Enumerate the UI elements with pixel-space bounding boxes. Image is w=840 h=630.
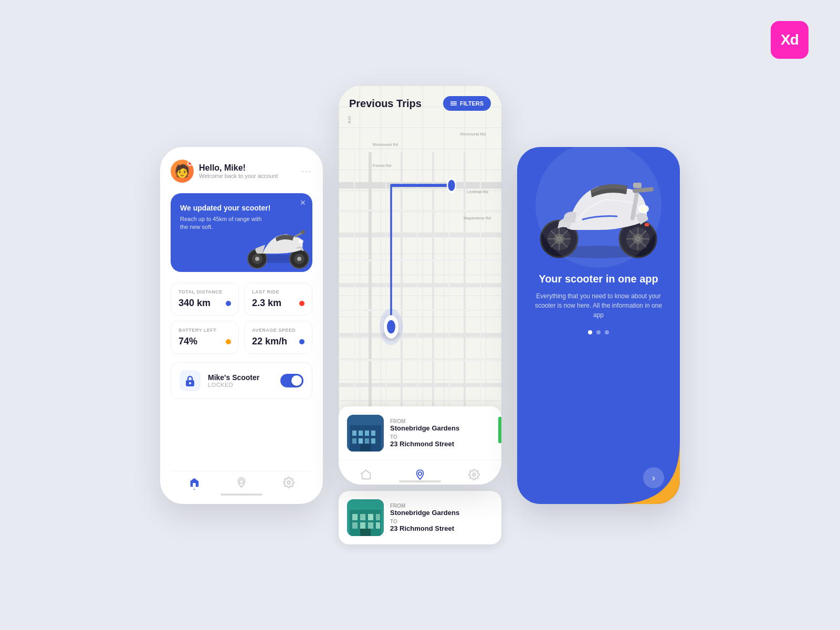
scooter-name: Mike's Scooter: [208, 373, 273, 382]
svg-rect-48: [371, 438, 375, 444]
onboard-dots: [533, 330, 664, 334]
lock-status: LOCKED: [208, 382, 273, 388]
bottom-nav-1: [171, 471, 312, 490]
header-row: 🧑 Hello, Mike! Welcome back to your acco…: [171, 160, 312, 183]
avatar: 🧑: [171, 160, 194, 183]
svg-point-50: [418, 472, 422, 475]
phone-trips: Previous Trips FILTERS: [339, 86, 501, 485]
svg-point-38: [447, 178, 456, 192]
map-header: Previous Trips FILTERS: [349, 96, 491, 111]
trip-building-image-2: [347, 499, 384, 536]
svg-point-10: [189, 382, 191, 384]
map-area: Previous Trips FILTERS: [339, 86, 501, 460]
svg-point-13: [287, 481, 290, 484]
phone-dashboard: 🧑 Hello, Mike! Welcome back to your acco…: [160, 147, 323, 504]
bg-circle: [536, 147, 662, 268]
dot-blue-1: [226, 301, 231, 306]
trip-building-image-1: [347, 415, 384, 452]
filters-button[interactable]: FILTERS: [443, 96, 491, 111]
svg-rect-49: [360, 444, 371, 452]
greeting-text: Hello, Mike!: [199, 163, 278, 173]
stat-last-ride: LAST RIDE 2.3 km: [244, 282, 312, 316]
svg-point-7: [301, 230, 305, 234]
svg-rect-56: [368, 514, 373, 520]
street-label-richmond2: Richmond Rd: [460, 132, 486, 136]
svg-rect-47: [365, 438, 369, 444]
trip-card-2: FROM Stonebridge Gardens TO 23 Richmond …: [339, 491, 501, 544]
svg-point-3: [255, 257, 259, 261]
from-place-2: Stonebridge Gardens: [390, 509, 459, 517]
from-label-2: FROM: [390, 503, 459, 509]
svg-rect-45: [352, 438, 356, 444]
green-indicator: [498, 417, 501, 443]
phone-onboarding: Your scooter in one app Everything that …: [517, 147, 680, 504]
svg-point-37: [387, 320, 395, 333]
trip-card-1: FROM Stonebridge Gardens TO 23 Richmond …: [339, 406, 501, 460]
avatar-area: 🧑 Hello, Mike! Welcome back to your acco…: [171, 160, 278, 183]
lock-info: Mike's Scooter LOCKED: [208, 373, 273, 388]
to-label-2: TO: [390, 519, 459, 524]
street-label-a10: A10: [347, 116, 352, 123]
svg-rect-60: [368, 522, 373, 529]
onboard-subtitle: Everything that you need to know about y…: [533, 291, 664, 320]
to-place-1: 23 Richmond Street: [390, 440, 459, 448]
nav-location-2[interactable]: [414, 469, 426, 480]
stat-value-distance: 340 km: [178, 298, 211, 309]
dot-orange-1: [226, 339, 231, 344]
promo-title: We updated your scooter!: [180, 204, 303, 212]
dot-2: [596, 330, 601, 334]
lock-toggle[interactable]: [280, 374, 303, 387]
more-menu[interactable]: ···: [301, 166, 312, 177]
stats-grid: TOTAL DISTANCE 340 km LAST RIDE 2.3 km B…: [171, 282, 312, 354]
stat-value-speed: 22 km/h: [252, 336, 287, 347]
lock-icon-box: [180, 370, 201, 391]
street-label-richmond: Richmond Rd: [373, 142, 398, 147]
nav-location[interactable]: [236, 477, 247, 488]
svg-rect-57: [376, 514, 380, 520]
svg-point-8: [298, 239, 303, 244]
svg-rect-42: [359, 430, 363, 436]
phones-container: 🧑 Hello, Mike! Welcome back to your acco…: [160, 86, 680, 544]
onboard-bottom: Your scooter in one app Everything that …: [517, 262, 680, 350]
promo-close-button[interactable]: ✕: [300, 198, 306, 207]
map-title: Previous Trips: [349, 98, 422, 110]
svg-point-51: [473, 473, 476, 476]
svg-rect-44: [371, 430, 375, 436]
nav-settings[interactable]: [283, 477, 295, 488]
svg-rect-54: [352, 514, 358, 520]
svg-point-6: [297, 257, 301, 261]
svg-rect-11: [193, 483, 196, 487]
svg-rect-41: [352, 430, 356, 436]
nav-home-2[interactable]: [360, 469, 372, 480]
next-arrow-button[interactable]: ›: [643, 467, 664, 488]
lock-card: Mike's Scooter LOCKED: [171, 362, 312, 399]
to-place-2: 23 Richmond Street: [390, 524, 459, 532]
nav-settings-2[interactable]: [468, 469, 480, 480]
svg-point-12: [239, 480, 243, 484]
trip-details-1: FROM Stonebridge Gardens TO 23 Richmond …: [390, 418, 459, 448]
svg-rect-55: [360, 514, 365, 520]
onboard-title: Your scooter in one app: [533, 273, 664, 285]
bottom-nav-2: [339, 460, 501, 485]
stat-total-distance: TOTAL DISTANCE 340 km: [171, 282, 239, 316]
to-label-1: TO: [390, 434, 459, 440]
svg-rect-62: [360, 529, 371, 536]
dot-blue-2: [299, 339, 304, 344]
stat-value-last-ride: 2.3 km: [252, 298, 281, 309]
nav-home[interactable]: [188, 477, 200, 488]
dot-1: [588, 330, 592, 334]
phone-trips-wrapper: Previous Trips FILTERS: [339, 86, 501, 544]
trip-details-2: FROM Stonebridge Gardens TO 23 Richmond …: [390, 503, 459, 532]
svg-rect-61: [376, 522, 380, 529]
stat-speed: AVERAGE SPEED 22 km/h: [244, 321, 312, 354]
phone-handle: [220, 494, 262, 496]
svg-rect-59: [360, 522, 365, 529]
street-label-forest: Forest Rd: [373, 163, 391, 168]
promo-scooter-image: [239, 214, 312, 272]
notification-dot: [187, 161, 193, 166]
svg-rect-58: [352, 522, 358, 529]
from-place-1: Stonebridge Gardens: [390, 424, 459, 432]
stat-value-battery: 74%: [178, 336, 197, 347]
street-label-lenthall: Lenthall Rd: [467, 190, 488, 194]
xd-badge: Xd: [771, 21, 808, 59]
